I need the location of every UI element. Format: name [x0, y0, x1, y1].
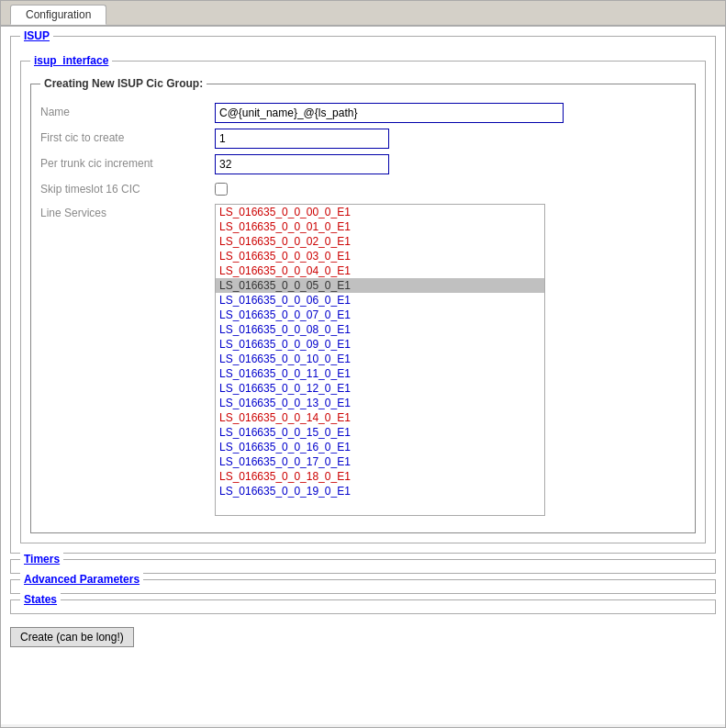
list-item[interactable]: LS_016635_0_0_11_0_E1 — [216, 366, 544, 381]
skip-timeslot-row: Skip timeslot 16 CIC — [40, 180, 686, 198]
list-item[interactable]: LS_016635_0_0_06_0_E1 — [216, 293, 544, 308]
per-trunk-row: Per trunk cic increment — [40, 154, 686, 174]
list-item[interactable]: LS_016635_0_0_09_0_E1 — [216, 337, 544, 352]
timers-section: Timers — [10, 559, 716, 574]
line-services-listbox[interactable]: LS_016635_0_0_00_0_E1LS_016635_0_0_01_0_… — [215, 204, 545, 516]
list-item[interactable]: LS_016635_0_0_14_0_E1 — [216, 410, 544, 425]
list-item[interactable]: LS_016635_0_0_18_0_E1 — [216, 469, 544, 484]
advanced-parameters-section: Advanced Parameters — [10, 579, 716, 594]
list-item[interactable]: LS_016635_0_0_15_0_E1 — [216, 425, 544, 440]
list-item[interactable]: LS_016635_0_0_03_0_E1 — [216, 249, 544, 263]
name-row: Name — [40, 103, 686, 123]
line-services-control: LS_016635_0_0_00_0_E1LS_016635_0_0_01_0_… — [215, 204, 686, 516]
list-item[interactable]: LS_016635_0_0_02_0_E1 — [216, 234, 544, 249]
list-item[interactable]: LS_016635_0_0_04_0_E1 — [216, 263, 544, 278]
skip-timeslot-control — [215, 180, 686, 198]
first-cic-control — [215, 129, 686, 149]
per-trunk-label: Per trunk cic increment — [40, 154, 215, 170]
per-trunk-control — [215, 154, 686, 174]
timers-label[interactable]: Timers — [20, 553, 63, 566]
tab-bar: Configuration — [1, 1, 725, 27]
isup-interface-section: isup_interface Creating New ISUP Cic Gro… — [20, 61, 706, 543]
skip-timeslot-label: Skip timeslot 16 CIC — [40, 180, 215, 196]
name-input[interactable] — [215, 103, 564, 123]
isup-label[interactable]: ISUP — [20, 29, 53, 42]
list-item[interactable]: LS_016635_0_0_17_0_E1 — [216, 454, 544, 469]
states-label[interactable]: States — [20, 593, 61, 606]
first-cic-label: First cic to create — [40, 129, 215, 144]
list-item[interactable]: LS_016635_0_0_07_0_E1 — [216, 308, 544, 322]
line-services-label: Line Services — [40, 204, 215, 219]
first-cic-row: First cic to create — [40, 129, 686, 149]
isup-section: ISUP isup_interface Creating New ISUP Ci… — [10, 36, 716, 554]
name-control — [215, 103, 686, 123]
main-content: ISUP isup_interface Creating New ISUP Ci… — [1, 27, 725, 724]
list-item[interactable]: LS_016635_0_0_19_0_E1 — [216, 484, 544, 498]
list-item[interactable]: LS_016635_0_0_16_0_E1 — [216, 440, 544, 454]
advanced-parameters-label[interactable]: Advanced Parameters — [20, 573, 143, 586]
list-item[interactable]: LS_016635_0_0_05_0_E1 — [216, 278, 544, 293]
tab-configuration[interactable]: Configuration — [10, 5, 106, 25]
list-item[interactable]: LS_016635_0_0_01_0_E1 — [216, 219, 544, 234]
per-trunk-input[interactable] — [215, 154, 389, 174]
creating-group-label: Creating New ISUP Cic Group: — [40, 77, 207, 90]
list-item[interactable]: LS_016635_0_0_08_0_E1 — [216, 322, 544, 337]
creating-group-section: Creating New ISUP Cic Group: Name First … — [30, 84, 696, 533]
name-label: Name — [40, 103, 215, 118]
main-window: Configuration ISUP isup_interface Creati… — [0, 0, 726, 728]
line-services-row: Line Services LS_016635_0_0_00_0_E1LS_01… — [40, 204, 686, 516]
list-item[interactable]: LS_016635_0_0_00_0_E1 — [216, 205, 544, 219]
skip-timeslot-checkbox[interactable] — [215, 183, 228, 196]
list-item[interactable]: LS_016635_0_0_10_0_E1 — [216, 352, 544, 366]
isup-interface-label[interactable]: isup_interface — [30, 54, 112, 67]
states-section: States — [10, 599, 716, 614]
list-item[interactable]: LS_016635_0_0_13_0_E1 — [216, 396, 544, 410]
first-cic-input[interactable] — [215, 129, 389, 149]
list-item[interactable]: LS_016635_0_0_12_0_E1 — [216, 381, 544, 396]
create-button[interactable]: Create (can be long!) — [10, 627, 134, 647]
